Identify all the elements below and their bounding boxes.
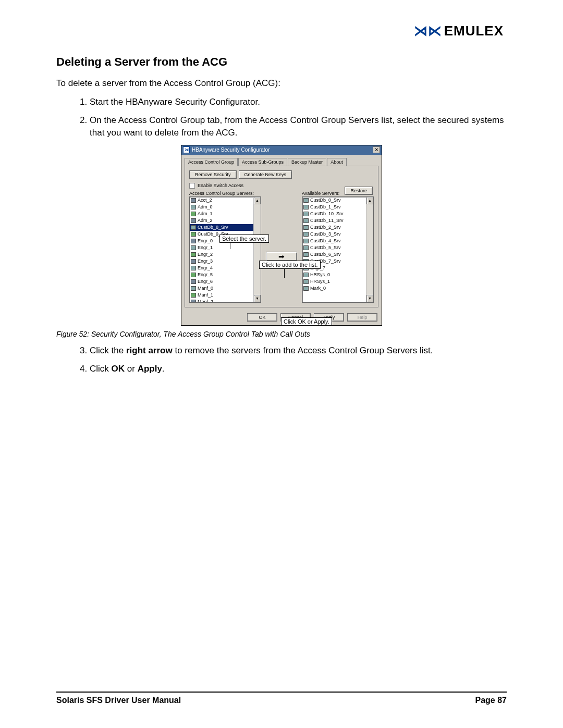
- list-item-label: Engr_3: [198, 258, 213, 264]
- server-icon: [303, 198, 309, 203]
- list-item-label: Adm_2: [198, 218, 213, 223]
- server-icon: [191, 245, 196, 250]
- server-icon: [303, 225, 309, 230]
- step-1: Start the HBAnyware Security Configurato…: [90, 96, 507, 109]
- scroll-up-icon[interactable]: ▲: [366, 197, 373, 204]
- list-item-label: CustDb_8_Srv: [198, 225, 228, 230]
- move-right-button[interactable]: ➡: [266, 252, 297, 261]
- list-item-label: Acct_2: [198, 198, 212, 203]
- list-item-label: Manf_0: [198, 286, 213, 291]
- list-item-label: CustDb_0_Srv: [310, 198, 341, 203]
- screenshot-figure: ⋊ HBAnyware Security Configurator ✕ Acce…: [181, 145, 382, 326]
- list-item-label: HRSys_0: [310, 272, 330, 277]
- server-icon: [303, 245, 309, 250]
- server-icon: [191, 212, 196, 216]
- list-item[interactable]: Engr_1: [190, 244, 261, 251]
- list-item[interactable]: CustDb_8_Srv: [190, 224, 261, 231]
- server-icon: [191, 273, 196, 277]
- list-item[interactable]: CustDb_10_Srv: [302, 211, 373, 217]
- close-icon[interactable]: ✕: [373, 146, 380, 153]
- list-item[interactable]: Adm_1: [190, 211, 261, 217]
- list-item[interactable]: Engr_4: [190, 265, 261, 272]
- tab-backup-master[interactable]: Backup Master: [288, 158, 326, 166]
- footer-left: Solaris SFS Driver User Manual: [56, 696, 181, 705]
- server-icon: [303, 279, 309, 284]
- acg-servers-listbox[interactable]: Acct_2Adm_0Adm_1Adm_2CustDb_8_SrvCustDb_…: [189, 196, 261, 303]
- server-icon: [303, 273, 309, 277]
- steps-list-top: Start the HBAnyware Security Configurato…: [56, 96, 507, 140]
- brand-text: EMULEX: [444, 23, 504, 39]
- list-item[interactable]: Manf_0: [190, 285, 261, 292]
- window-titlebar: ⋊ HBAnyware Security Configurator ✕: [181, 145, 382, 155]
- tab-about[interactable]: About: [327, 158, 347, 166]
- list-item[interactable]: CustDb_6_Srv: [302, 251, 373, 258]
- list-item[interactable]: HRSys_1: [302, 278, 373, 285]
- list-item-label: CustDb_5_Srv: [310, 245, 341, 250]
- list-item[interactable]: Engr_2: [190, 251, 261, 258]
- server-icon: [191, 198, 196, 203]
- server-icon: [303, 212, 309, 216]
- available-servers-listbox[interactable]: CustDb_0_SrvCustDb_1_SrvCustDb_10_SrvCus…: [302, 196, 374, 303]
- list-item[interactable]: CustDb_4_Srv: [302, 238, 373, 244]
- list-item[interactable]: Adm_0: [190, 204, 261, 211]
- generate-new-keys-button[interactable]: Generate New Keys: [239, 170, 292, 179]
- scroll-down-icon[interactable]: ▼: [254, 295, 261, 302]
- server-icon: [191, 286, 196, 291]
- list-item[interactable]: CustDb_11_Srv: [302, 217, 373, 224]
- server-icon: [191, 279, 196, 284]
- list-item[interactable]: CustDb_3_Srv: [302, 231, 373, 238]
- list-item-label: CustDb_10_Srv: [310, 211, 344, 216]
- scroll-down-icon[interactable]: ▼: [366, 295, 373, 302]
- list-item-label: Engr_4: [198, 265, 213, 270]
- help-button[interactable]: Help: [347, 313, 377, 322]
- list-item[interactable]: Manf_2: [190, 299, 261, 303]
- acg-servers-label: Access Control Group Servers:: [189, 191, 261, 196]
- section-heading: Deleting a Server from the ACG: [56, 55, 507, 69]
- server-icon: [191, 300, 196, 303]
- server-icon: [303, 252, 309, 257]
- list-item[interactable]: CustDb_5_Srv: [302, 244, 373, 251]
- list-item-label: CustDb_1_Srv: [310, 204, 341, 209]
- logo-glyph-icon: ⋊⋉: [414, 23, 442, 39]
- server-icon: [191, 239, 196, 243]
- list-item[interactable]: Acct_2: [190, 197, 261, 204]
- intro-paragraph: To delete a server from the Access Contr…: [56, 78, 507, 89]
- server-icon: [191, 259, 196, 264]
- server-icon: [191, 293, 196, 298]
- list-item[interactable]: Mark_0: [302, 285, 373, 292]
- list-item[interactable]: Manf_1: [190, 292, 261, 299]
- list-item-label: CustDb_4_Srv: [310, 238, 341, 243]
- list-item[interactable]: Engr_6: [190, 278, 261, 285]
- enable-switch-access-checkbox[interactable]: [189, 183, 195, 189]
- server-icon: [191, 232, 196, 237]
- list-item-label: CustDb_3_Srv: [310, 231, 341, 237]
- ok-button[interactable]: OK: [247, 313, 277, 322]
- figure-caption: Figure 52: Security Configurator, The Ac…: [56, 330, 507, 338]
- scroll-up-icon[interactable]: ▲: [254, 197, 261, 204]
- list-item[interactable]: HRSys_0: [302, 272, 373, 278]
- enable-switch-access-label: Enable Switch Access: [198, 183, 243, 188]
- list-item[interactable]: Engr_5: [190, 272, 261, 278]
- list-item[interactable]: CustDb_0_Srv: [302, 197, 373, 204]
- brand-logo: ⋊⋉EMULEX: [414, 23, 504, 39]
- list-item-label: Adm_1: [198, 211, 213, 216]
- server-icon: [303, 218, 309, 223]
- list-item[interactable]: Engr_3: [190, 258, 261, 265]
- list-item-label: Engr_6: [198, 279, 213, 284]
- list-item[interactable]: Adm_2: [190, 217, 261, 224]
- server-icon: [303, 286, 309, 291]
- list-item[interactable]: CustDb_1_Srv: [302, 204, 373, 211]
- app-icon: ⋊: [183, 146, 190, 153]
- list-item-label: HRSys_1: [310, 279, 330, 284]
- tab-strip: Access Control Group Access Sub-Groups B…: [181, 155, 382, 166]
- page-footer: Solaris SFS Driver User Manual Page 87: [56, 692, 507, 705]
- remove-security-button[interactable]: Remove Security: [189, 170, 237, 179]
- callout-select-server: Select the server.: [219, 235, 269, 243]
- list-item[interactable]: CustDb_2_Srv: [302, 224, 373, 231]
- server-icon: [191, 252, 196, 257]
- server-icon: [191, 218, 196, 223]
- callout-click-to-add: Click to add to the list.: [259, 261, 321, 269]
- server-icon: [191, 266, 196, 270]
- tab-access-sub-groups[interactable]: Access Sub-Groups: [238, 158, 287, 166]
- tab-access-control-group[interactable]: Access Control Group: [185, 158, 238, 166]
